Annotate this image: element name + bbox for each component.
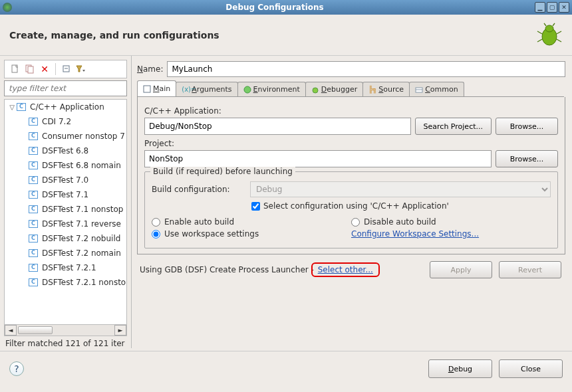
select-config-row[interactable]: Select configuration using 'C/C++ Applic… bbox=[152, 201, 551, 211]
svg-line-7 bbox=[553, 23, 555, 26]
svg-point-15 bbox=[313, 88, 318, 93]
tree-item[interactable]: CDSFTest 7.2.1 bbox=[5, 260, 126, 275]
delete-config-icon[interactable]: ✕ bbox=[39, 64, 50, 74]
app-input[interactable] bbox=[144, 118, 411, 135]
svg-rect-10 bbox=[28, 66, 33, 73]
c-app-icon: C bbox=[29, 132, 38, 140]
select-config-checkbox[interactable] bbox=[251, 202, 260, 211]
use-workspace-label: Use workspace settings bbox=[164, 229, 259, 239]
scroll-left-icon[interactable]: ◄ bbox=[5, 325, 17, 336]
tree-item-label: CDI 7.2 bbox=[41, 117, 71, 126]
select-config-label: Select configuration using 'C/C++ Applic… bbox=[263, 201, 449, 211]
tree-item[interactable]: CDSFTest 7.0 bbox=[5, 173, 126, 187]
tab-debugger[interactable]: Debugger bbox=[305, 82, 363, 96]
tree-item[interactable]: CDSFTest 7.1 nonstop bbox=[5, 202, 126, 217]
tree-item[interactable]: CDSFTest 7.2 nomain bbox=[5, 246, 126, 260]
maximize-button[interactable]: ▢ bbox=[547, 2, 557, 13]
project-label: Project: bbox=[144, 139, 558, 148]
name-label: Name: bbox=[137, 64, 167, 74]
tree-item-label: DSFTest 7.2 nomain bbox=[41, 248, 121, 258]
tree-root[interactable]: ▽ C C/C++ Application bbox=[5, 100, 126, 114]
filter-input[interactable] bbox=[4, 80, 127, 96]
project-row: Browse... bbox=[144, 150, 558, 167]
tree-item[interactable]: CDSFTest 7.1 bbox=[5, 187, 126, 202]
tree-item-label: DSFTest 7.1 reverse bbox=[41, 219, 121, 229]
bug-icon bbox=[536, 22, 563, 49]
c-app-icon: C bbox=[17, 103, 26, 111]
new-config-icon[interactable] bbox=[10, 64, 21, 74]
tab-common[interactable]: Common bbox=[409, 82, 464, 96]
search-project-button[interactable]: Search Project... bbox=[415, 118, 492, 135]
c-app-icon: C bbox=[29, 235, 38, 243]
tree-item[interactable]: CDSFTest 7.2.1 nonsto bbox=[5, 275, 126, 290]
close-button[interactable]: Close bbox=[499, 359, 563, 378]
args-tab-icon: (x)= bbox=[182, 86, 190, 94]
project-input[interactable] bbox=[144, 150, 492, 167]
scroll-track[interactable] bbox=[17, 326, 114, 335]
expander-icon[interactable]: ▽ bbox=[7, 104, 17, 111]
c-app-icon: C bbox=[29, 147, 38, 155]
env-tab-icon bbox=[243, 86, 251, 94]
tree-item[interactable]: CConsumer nonstop 7 bbox=[5, 129, 126, 144]
left-toolbar: ✕ bbox=[4, 60, 127, 78]
right-panel: Name: Main (x)=Arguments Environment Deb… bbox=[132, 56, 572, 348]
duplicate-config-icon[interactable] bbox=[25, 64, 35, 74]
tab-environment[interactable]: Environment bbox=[237, 82, 306, 96]
tab-arguments[interactable]: (x)=Arguments bbox=[176, 82, 237, 96]
tree-item-label: DSFTest 7.0 bbox=[41, 175, 88, 185]
debug-button[interactable]: Debug bbox=[428, 359, 492, 378]
enable-auto-label: Enable auto build bbox=[164, 217, 234, 227]
scroll-thumb[interactable] bbox=[18, 326, 53, 334]
launcher-text: Using GDB (DSF) Create Process Launcher … bbox=[140, 265, 380, 274]
tree-item[interactable]: CDSFTest 6.8 nomain bbox=[5, 158, 126, 173]
auto-build-row-2: Use workspace settings Configure Workspa… bbox=[152, 229, 551, 239]
dialog-header: Create, manage, and run configurations bbox=[0, 15, 572, 56]
browse-app-button[interactable]: Browse... bbox=[496, 118, 558, 135]
common-tab-icon bbox=[415, 86, 423, 94]
svg-rect-8 bbox=[12, 65, 17, 72]
main-content: ✕ ▽ C C/C++ Application CCDI 7.2CConsume… bbox=[0, 56, 572, 348]
browse-project-button[interactable]: Browse... bbox=[496, 150, 558, 167]
svg-point-14 bbox=[244, 86, 251, 93]
c-app-icon: C bbox=[29, 249, 38, 257]
build-groupbox: Build (if required) before launching Bui… bbox=[144, 171, 558, 248]
svg-rect-13 bbox=[144, 86, 150, 92]
select-other-link[interactable]: Select other... bbox=[318, 265, 373, 274]
tree-item-label: DSFTest 7.1 nonstop bbox=[41, 205, 123, 214]
filter-menu-icon[interactable] bbox=[76, 64, 86, 74]
config-tree[interactable]: ▽ C C/C++ Application CCDI 7.2CConsumer … bbox=[4, 99, 127, 325]
c-app-icon: C bbox=[29, 191, 38, 199]
build-config-label: Build configuration: bbox=[152, 185, 241, 194]
app-row: Search Project... Browse... bbox=[144, 118, 558, 135]
c-app-icon: C bbox=[29, 118, 38, 126]
tree-item[interactable]: CDSFTest 7.1 reverse bbox=[5, 217, 126, 231]
minimize-button[interactable]: ▁ bbox=[535, 2, 545, 13]
source-tab-icon: ╠╗ bbox=[368, 86, 376, 94]
tree-item[interactable]: CCDI 7.2 bbox=[5, 114, 126, 129]
tree-item-label: Consumer nonstop 7 bbox=[41, 132, 125, 141]
main-tab-icon bbox=[143, 85, 151, 93]
close-window-button[interactable]: ✕ bbox=[559, 2, 569, 13]
tree-item[interactable]: CDSFTest 7.2 nobuild bbox=[5, 231, 126, 246]
filter-field[interactable] bbox=[4, 80, 127, 96]
filter-status: Filter matched 121 of 121 iter bbox=[0, 336, 131, 348]
tab-main[interactable]: Main bbox=[137, 80, 176, 96]
scroll-right-icon[interactable]: ► bbox=[114, 325, 126, 336]
use-workspace-radio[interactable] bbox=[152, 230, 160, 239]
name-input[interactable] bbox=[167, 61, 565, 77]
c-app-icon: C bbox=[29, 205, 38, 213]
build-legend: Build (if required) before launching bbox=[150, 167, 295, 176]
tab-source[interactable]: ╠╗Source bbox=[362, 82, 410, 96]
tree-hscroll[interactable]: ◄ ► bbox=[4, 324, 127, 336]
disable-auto-radio[interactable] bbox=[351, 218, 360, 227]
svg-line-2 bbox=[537, 31, 542, 34]
tree-root-label: C/C++ Application bbox=[29, 102, 104, 112]
tree-item-label: DSFTest 7.2 nobuild bbox=[41, 234, 120, 243]
revert-button: Revert bbox=[499, 261, 561, 278]
collapse-all-icon[interactable] bbox=[61, 64, 72, 74]
tree-item[interactable]: CDSFTest 6.8 bbox=[5, 144, 126, 158]
configure-workspace-link[interactable]: Configure Workspace Settings... bbox=[351, 229, 479, 239]
help-icon[interactable]: ? bbox=[9, 361, 24, 376]
enable-auto-radio[interactable] bbox=[152, 218, 160, 227]
toolbar-separator bbox=[55, 63, 56, 75]
